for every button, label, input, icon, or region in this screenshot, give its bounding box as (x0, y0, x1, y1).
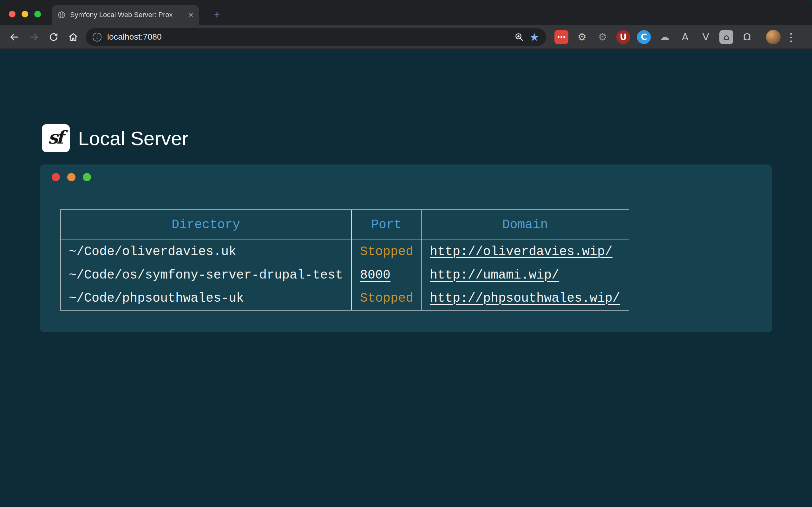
tab-close-icon[interactable]: × (189, 10, 194, 19)
extension-ublock-icon[interactable]: U (616, 30, 630, 44)
back-button[interactable] (4, 27, 24, 47)
profile-avatar[interactable] (766, 30, 780, 44)
extension-a-icon[interactable]: A (678, 30, 692, 44)
extension-v-icon[interactable]: V (699, 30, 713, 44)
browser-menu-icon[interactable]: ⋮ (786, 31, 797, 43)
symfony-logo-text: sf (48, 127, 62, 148)
extension-cloud-icon[interactable]: ☁ (658, 30, 671, 44)
brand: sf Local Server (42, 124, 189, 152)
extension-red-tile-icon[interactable]: ⋯ (554, 30, 568, 44)
domain-cell: http://phpsouthwales.wip/ (421, 287, 629, 310)
browser-toolbar: i localhost:7080 ★ ⋯⚙⚙UC☁AV⌂Ω ⋮ (0, 25, 812, 49)
table-row: ~/Code/os/symfony-server-drupal-test8000… (60, 263, 629, 287)
server-panel: Directory Port Domain ~/Code/oliverdavie… (40, 164, 772, 332)
extension-octopus-icon[interactable]: Ω (740, 30, 754, 44)
port-cell: 8000 (351, 263, 421, 287)
column-header-port: Port (351, 210, 421, 240)
page-title: Local Server (78, 127, 189, 150)
extensions-area: ⋯⚙⚙UC☁AV⌂Ω (554, 30, 754, 44)
forward-button[interactable] (24, 27, 44, 47)
site-info-icon[interactable]: i (93, 33, 101, 42)
port-cell: Stopped (351, 240, 421, 263)
panel-dot-orange-icon (67, 173, 75, 181)
minimize-window-button[interactable] (21, 11, 28, 17)
new-tab-button[interactable]: + (211, 8, 223, 21)
table-header-row: Directory Port Domain (60, 210, 629, 240)
column-header-domain: Domain (421, 210, 629, 240)
symfony-logo-icon: sf (42, 124, 70, 152)
toolbar-divider (760, 32, 760, 43)
server-table: Directory Port Domain ~/Code/oliverdavie… (60, 210, 629, 311)
browser-tab[interactable]: Symfony Local Web Server: Prox × (52, 5, 199, 25)
directory-cell: ~/Code/oliverdavies.uk (60, 240, 351, 263)
home-button[interactable] (63, 27, 83, 47)
directory-cell: ~/Code/phpsouthwales-uk (60, 287, 351, 310)
domain-cell: http://oliverdavies.wip/ (421, 240, 629, 263)
extension-gear-dark-icon[interactable]: ⚙ (596, 30, 610, 44)
table-row: ~/Code/oliverdavies.ukStoppedhttp://oliv… (60, 240, 629, 263)
directory-cell: ~/Code/os/symfony-server-drupal-test (60, 263, 351, 287)
tab-strip: Symfony Local Web Server: Prox × + (0, 0, 812, 25)
panel-dot-green-icon (83, 173, 91, 181)
bookmark-star-icon[interactable]: ★ (530, 32, 539, 43)
close-window-button[interactable] (9, 11, 15, 17)
zoom-window-button[interactable] (34, 11, 41, 17)
extension-blue-circle-icon[interactable]: C (637, 30, 651, 44)
table-row: ~/Code/phpsouthwales-ukStoppedhttp://php… (60, 287, 629, 310)
domain-link[interactable]: http://phpsouthwales.wip/ (430, 291, 620, 305)
page-content: sf Local Server Directory Port Domain (0, 49, 812, 507)
domain-link[interactable]: http://umami.wip/ (430, 268, 559, 282)
extension-gray-tile-icon[interactable]: ⌂ (719, 30, 733, 44)
port-link[interactable]: 8000 (360, 268, 391, 282)
port-cell: Stopped (351, 287, 421, 310)
domain-link[interactable]: http://oliverdavies.wip/ (430, 245, 612, 259)
traffic-lights (9, 11, 41, 17)
panel-window-dots (52, 173, 91, 181)
zoom-icon[interactable] (514, 32, 524, 42)
server-table-body: ~/Code/oliverdavies.ukStoppedhttp://oliv… (60, 240, 629, 310)
domain-cell: http://umami.wip/ (421, 263, 629, 287)
globe-favicon-icon (57, 11, 66, 19)
browser-window: Symfony Local Web Server: Prox × + (0, 0, 812, 507)
address-input[interactable]: localhost:7080 (107, 32, 162, 42)
column-header-directory: Directory (60, 210, 351, 240)
panel-dot-red-icon (52, 173, 60, 181)
reload-button[interactable] (44, 27, 63, 47)
extension-gear-light-icon[interactable]: ⚙ (575, 30, 589, 44)
address-bar[interactable]: i localhost:7080 ★ (86, 28, 546, 46)
tab-title: Symfony Local Web Server: Prox (70, 11, 184, 19)
